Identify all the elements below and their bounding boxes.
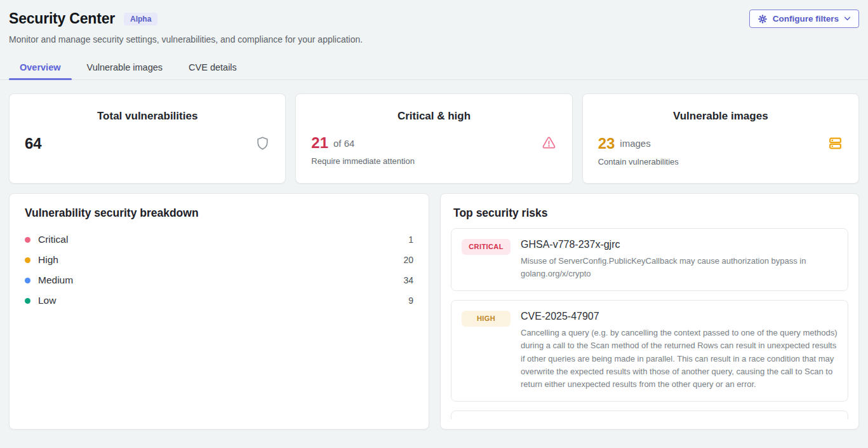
breakdown-label: Critical (38, 234, 68, 245)
tab-overview[interactable]: Overview (9, 57, 72, 79)
breakdown-label: Low (38, 295, 56, 306)
stat-card-value: 21 (311, 135, 328, 151)
stat-card-title: Total vulnerabilities (25, 110, 270, 123)
stat-card-vulnerable-images: Vulnerable images 23 images Contain vuln… (582, 93, 859, 184)
risk-id: GHSA-v778-237x-gjrc (521, 239, 838, 250)
stat-card-subtext: Require immediate attention (311, 156, 556, 166)
configure-filters-label: Configure filters (773, 14, 839, 24)
risk-card-cve-2025-9086[interactable]: HIGH CVE-2025-9086 (451, 411, 848, 419)
page-subtitle: Monitor and manage security settings, vu… (9, 34, 859, 44)
stat-card-critical-high: Critical & high 21 of 64 Require immedia… (295, 93, 572, 184)
stat-card-unit: images (620, 138, 650, 149)
breakdown-list: Critical 1 High 20 Medium 34 Low 9 (25, 229, 413, 311)
top-risks-title: Top security risks (451, 204, 848, 220)
medium-dot-icon (25, 278, 30, 283)
breakdown-value: 9 (408, 295, 413, 306)
configure-filters-button[interactable]: Configure filters (749, 10, 859, 28)
risk-list: CRITICAL GHSA-v778-237x-gjrc Misuse of S… (451, 228, 848, 419)
chevron-down-icon (844, 17, 851, 21)
breakdown-title: Vulnerability security breakdown (25, 207, 413, 220)
stat-card-total-vulnerabilities: Total vulnerabilities 64 (9, 93, 286, 184)
stat-card-title: Critical & high (311, 110, 556, 123)
risk-id: CVE-2025-47907 (521, 311, 838, 322)
critical-dot-icon (25, 237, 30, 243)
stat-cards-row: Total vulnerabilities 64 Critical & high… (9, 93, 859, 184)
header: Security Center Alpha Monitor and manage… (0, 0, 868, 44)
low-dot-icon (25, 298, 30, 304)
breakdown-value: 20 (403, 255, 413, 265)
breakdown-row-medium: Medium 34 (25, 270, 413, 290)
breakdown-row-critical: Critical 1 (25, 229, 413, 250)
security-center-page: Security Center Alpha Monitor and manage… (0, 0, 868, 448)
stat-card-title: Vulnerable images (598, 110, 843, 123)
breakdown-row-high: High 20 (25, 250, 413, 270)
breakdown-label: Medium (38, 275, 73, 286)
tab-vulnerable-images[interactable]: Vulnerable images (76, 57, 174, 79)
warning-icon (541, 135, 557, 151)
server-icon (827, 135, 843, 151)
stat-card-subtext: Contain vulnerabilities (598, 157, 843, 166)
vulnerability-breakdown-panel: Vulnerability security breakdown Critica… (9, 193, 429, 430)
panels-row: Vulnerability security breakdown Critica… (9, 193, 859, 430)
top-security-risks-panel: Top security risks CRITICAL GHSA-v778-23… (440, 193, 859, 430)
gear-icon (758, 14, 768, 24)
breakdown-row-low: Low 9 (25, 290, 413, 311)
high-dot-icon (25, 257, 30, 263)
severity-badge: HIGH (462, 311, 511, 327)
shield-icon (255, 135, 270, 151)
breakdown-value: 34 (403, 275, 413, 285)
breakdown-label: High (38, 254, 58, 266)
tab-bar: Overview Vulnerable images CVE details (0, 57, 868, 80)
risk-card-ghsa-v778-237x-gjrc[interactable]: CRITICAL GHSA-v778-237x-gjrc Misuse of S… (451, 228, 848, 291)
stat-card-value: 64 (25, 136, 42, 151)
risk-description: Cancelling a query (e.g. by cancelling t… (521, 327, 838, 391)
stat-card-unit: of 64 (333, 138, 354, 149)
breakdown-value: 1 (408, 234, 413, 245)
risk-card-cve-2025-47907[interactable]: HIGH CVE-2025-47907 Cancelling a query (… (451, 300, 848, 402)
severity-badge: CRITICAL (462, 239, 511, 255)
risk-description: Misuse of ServerConfig.PublicKeyCallback… (521, 255, 838, 280)
tab-cve-details[interactable]: CVE details (178, 57, 248, 79)
page-title: Security Center (9, 10, 115, 27)
stat-card-value: 23 (598, 136, 615, 151)
alpha-badge: Alpha (124, 13, 157, 25)
